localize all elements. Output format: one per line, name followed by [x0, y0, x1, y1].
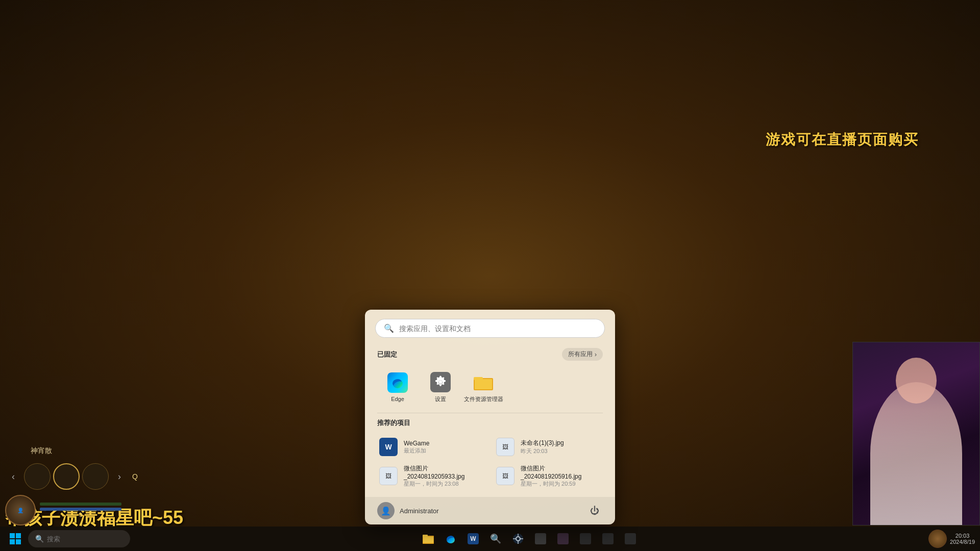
img3-icon: 🖼 [496, 467, 514, 485]
game-ui-panel: 神宵散 ‹ › Q 👤 0 [0, 446, 143, 525]
taskbar: 🔍 [0, 527, 980, 551]
game-ui-title: 神宵散 [31, 446, 143, 456]
img1-icon: 🖼 [496, 438, 514, 456]
skill-icon-3[interactable] [82, 463, 109, 490]
taskbar-search[interactable]: 🔍 [28, 530, 130, 547]
taskbar-icon-9-bg [602, 533, 614, 544]
img1-sub: 昨天 20:03 [521, 447, 601, 455]
recommended-row-2: 🖼 微信图片_20240819205933.jpg 星期一，时间为 23:08 … [375, 460, 605, 492]
img1-info: 未命名(1)(3).jpg 昨天 20:03 [521, 439, 601, 455]
settings-app-icon [430, 372, 451, 392]
img3-name: 微信图片_20240819205916.jpg [521, 464, 601, 480]
character-portrait: 👤 [5, 495, 36, 525]
pinned-label-settings: 设置 [435, 395, 446, 403]
health-area: 👤 0 [0, 495, 143, 525]
svg-rect-7 [10, 539, 15, 544]
img2-name: 微信图片_20240819205933.jpg [404, 464, 484, 480]
img2-info: 微信图片_20240819205933.jpg 星期一，时间为 23:08 [404, 464, 484, 488]
taskbar-user-avatar[interactable] [928, 530, 947, 548]
img3-info: 微信图片_20240819205916.jpg 星期一，时间为 20:59 [521, 464, 601, 488]
pinned-label-edge: Edge [391, 396, 404, 402]
all-apps-button[interactable]: 所有应用 › [562, 348, 603, 361]
img3-sub: 星期一，时间为 20:59 [521, 480, 601, 488]
svg-rect-6 [16, 533, 21, 538]
img2-icon: 🖼 [379, 467, 398, 485]
char-icon: 👤 [17, 508, 23, 513]
game-ui-icons: ‹ › Q [0, 461, 143, 492]
recommended-section-header: 推荐的项目 [365, 413, 615, 431]
skill-icon-2[interactable] [53, 463, 80, 490]
svg-rect-8 [16, 539, 21, 544]
rec-item-img1[interactable]: 🖼 未命名(1)(3).jpg 昨天 20:03 [492, 434, 605, 460]
img1-name: 未命名(1)(3).jpg [521, 439, 601, 447]
taskbar-icon-6-bg [535, 533, 546, 544]
recommended-list: W WeGame 最近添加 🖼 未命名(1)(3).jpg 昨天 20:03 🖼… [365, 431, 615, 497]
pinned-item-settings[interactable]: 设置 [420, 367, 461, 408]
taskbar-center-icons: W 🔍 [130, 529, 928, 549]
taskbar-steam[interactable] [508, 529, 528, 549]
start-menu: 🔍 已固定 所有应用 › [365, 310, 615, 524]
rec-item-wegame[interactable]: W WeGame 最近添加 [375, 434, 488, 460]
wegame-sub: 最近添加 [404, 447, 484, 455]
hp-bar [40, 503, 121, 506]
pinned-label-file-explorer: 文件资源管理器 [464, 395, 503, 403]
edge-app-icon [387, 372, 408, 393]
svg-rect-5 [10, 533, 15, 538]
start-search-bar[interactable]: 🔍 [375, 319, 605, 338]
taskbar-icon-8-bg [580, 533, 591, 544]
recommended-row-1: W WeGame 最近添加 🖼 未命名(1)(3).jpg 昨天 20:03 [375, 434, 605, 460]
search-glass-icon: 🔍 [490, 533, 501, 544]
pinned-grid: Edge 设置 文件资源管理器 [365, 364, 615, 413]
power-button[interactable]: ⏻ [586, 503, 603, 519]
taskbar-icon-9[interactable] [598, 529, 618, 549]
pinned-item-file-explorer[interactable]: 文件资源管理器 [463, 367, 504, 408]
taskbar-icon-7-bg [557, 533, 569, 544]
taskbar-search-input[interactable] [47, 535, 88, 543]
taskbar-search-icon-btn[interactable]: 🔍 [485, 529, 506, 549]
taskbar-time-value: 20:03 [950, 533, 975, 539]
user-info[interactable]: 👤 Administrator [377, 502, 439, 519]
taskbar-icon-10-bg [625, 533, 636, 544]
pinned-item-edge[interactable]: Edge [377, 367, 418, 408]
taskbar-file-explorer[interactable] [418, 529, 438, 549]
health-bars: 0 [40, 503, 121, 518]
taskbar-icon-8[interactable] [575, 529, 596, 549]
taskbar-clock: 20:03 2024/8/19 [950, 533, 975, 545]
user-name: Administrator [400, 507, 439, 515]
start-menu-bottom: 👤 Administrator ⏻ [365, 497, 615, 524]
webcam-overlay [852, 342, 980, 525]
arrow-left-icon[interactable]: ‹ [5, 468, 21, 485]
svg-rect-11 [423, 537, 433, 543]
game-text-overlay: 游戏可在直播页面购买 [766, 130, 919, 149]
taskbar-icon-7[interactable] [553, 529, 573, 549]
taskbar-icon-10[interactable] [620, 529, 641, 549]
search-icon: 🔍 [384, 323, 394, 333]
hp-value: 0 [40, 512, 121, 518]
user-avatar: 👤 [377, 502, 395, 519]
svg-rect-4 [475, 379, 492, 389]
taskbar-date-value: 2024/8/19 [950, 539, 975, 545]
mp-bar [40, 508, 121, 511]
pinned-section-title: 已固定 [377, 350, 397, 359]
taskbar-right: 20:03 2024/8/19 [928, 530, 975, 548]
arrow-right-icon[interactable]: › [111, 468, 128, 485]
rec-item-img2[interactable]: 🖼 微信图片_20240819205933.jpg 星期一，时间为 23:08 [375, 460, 488, 492]
start-button[interactable] [5, 529, 26, 549]
start-search-input[interactable] [399, 324, 596, 333]
wegame-info: WeGame 最近添加 [404, 440, 484, 455]
rec-item-img3[interactable]: 🖼 微信图片_20240819205916.jpg 星期一，时间为 20:59 [492, 460, 605, 492]
taskbar-edge[interactable] [440, 529, 461, 549]
wegame-icon: W [379, 438, 398, 456]
pinned-section-header: 已固定 所有应用 › [365, 343, 615, 364]
wegame-name: WeGame [404, 440, 484, 447]
skill-icon-1[interactable] [24, 463, 51, 490]
taskbar-wegame[interactable]: W [463, 529, 483, 549]
skill-label: Q [132, 472, 138, 481]
taskbar-icon-6[interactable] [530, 529, 551, 549]
wegame-taskbar-icon: W [468, 533, 479, 544]
taskbar-search-icon: 🔍 [35, 535, 44, 543]
webcam-feed [853, 342, 979, 525]
img2-sub: 星期一，时间为 23:08 [404, 480, 484, 488]
file-explorer-app-icon [473, 372, 494, 392]
recommended-section-title: 推荐的项目 [377, 418, 410, 428]
